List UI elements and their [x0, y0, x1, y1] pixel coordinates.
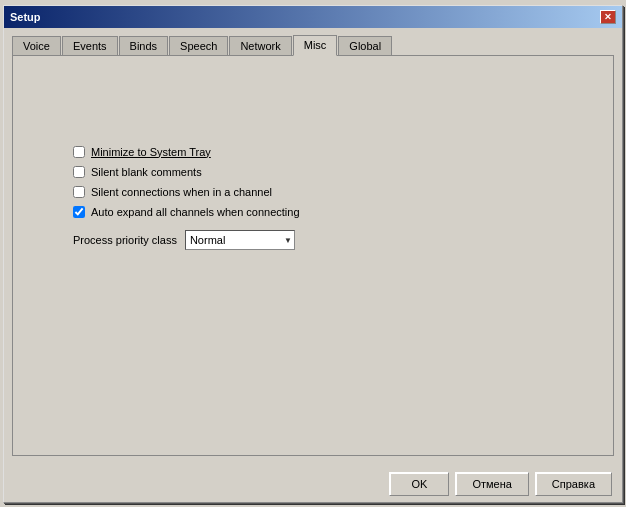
tab-events[interactable]: Events: [62, 36, 118, 55]
tab-bar: Voice Events Binds Speech Network Misc G…: [12, 34, 614, 55]
window-title: Setup: [10, 11, 41, 23]
cancel-button[interactable]: Отмена: [455, 472, 528, 496]
silent-blank-label: Silent blank comments: [91, 166, 202, 178]
silent-connections-row: Silent connections when in a channel: [73, 186, 593, 198]
tab-content-misc: Minimize to System Tray Silent blank com…: [12, 55, 614, 456]
window-content: Voice Events Binds Speech Network Misc G…: [4, 28, 622, 464]
silent-connections-checkbox[interactable]: [73, 186, 85, 198]
close-button[interactable]: ✕: [600, 10, 616, 24]
title-bar: Setup ✕: [4, 6, 622, 28]
auto-expand-label: Auto expand all channels when connecting: [91, 206, 300, 218]
process-priority-row: Process priority class Idle Below Normal…: [73, 230, 593, 250]
minimize-to-tray-row: Minimize to System Tray: [73, 146, 593, 158]
ok-button[interactable]: OK: [389, 472, 449, 496]
tab-binds[interactable]: Binds: [119, 36, 169, 55]
select-wrapper: Idle Below Normal Normal Above Normal Hi…: [185, 230, 295, 250]
title-bar-text: Setup: [10, 11, 41, 23]
process-priority-label: Process priority class: [73, 234, 177, 246]
tab-global[interactable]: Global: [338, 36, 392, 55]
minimize-to-tray-label: Minimize to System Tray: [91, 146, 211, 158]
tab-network[interactable]: Network: [229, 36, 291, 55]
silent-blank-checkbox[interactable]: [73, 166, 85, 178]
bottom-bar: OK Отмена Справка: [4, 464, 622, 502]
title-bar-buttons: ✕: [600, 10, 616, 24]
options-area: Minimize to System Tray Silent blank com…: [73, 146, 593, 250]
tab-speech[interactable]: Speech: [169, 36, 228, 55]
auto-expand-row: Auto expand all channels when connecting: [73, 206, 593, 218]
help-button[interactable]: Справка: [535, 472, 612, 496]
tab-misc[interactable]: Misc: [293, 35, 338, 56]
priority-select[interactable]: Idle Below Normal Normal Above Normal Hi…: [185, 230, 295, 250]
silent-blank-row: Silent blank comments: [73, 166, 593, 178]
tab-voice[interactable]: Voice: [12, 36, 61, 55]
minimize-to-tray-checkbox[interactable]: [73, 146, 85, 158]
setup-window: Setup ✕ Voice Events Binds Speech Networ…: [3, 5, 623, 503]
silent-connections-label: Silent connections when in a channel: [91, 186, 272, 198]
auto-expand-checkbox[interactable]: [73, 206, 85, 218]
